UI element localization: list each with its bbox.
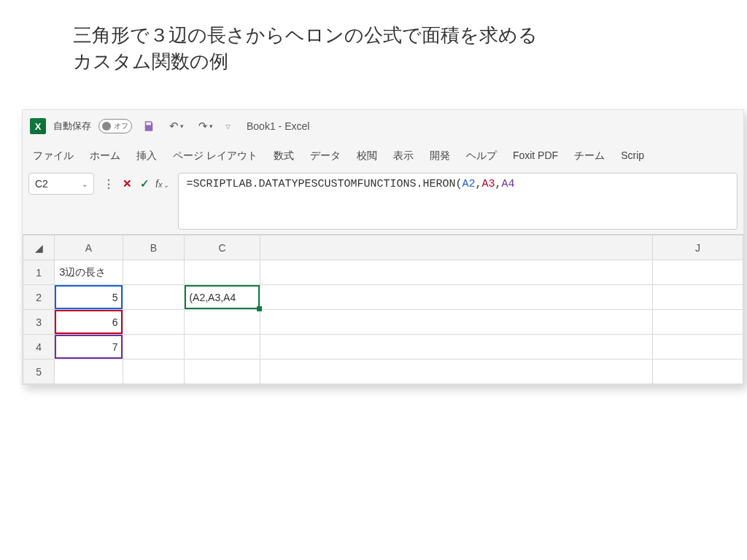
chevron-down-icon: ⌄ [82,180,88,188]
tab-file[interactable]: ファイル [33,149,74,163]
cell-b5[interactable] [123,359,185,384]
cell-j3[interactable] [652,310,743,335]
name-box[interactable]: C2 ⌄ [28,173,94,195]
cell-a2[interactable]: 5 [55,285,123,310]
cell-b4[interactable] [123,335,185,359]
colhdr-b[interactable]: B [123,236,185,260]
slide-title: 三角形で３辺の長さからヘロンの公式で面積を求める カスタム関数の例 [73,22,538,75]
colhdr-c[interactable]: C [185,236,260,260]
chevron-down-icon: ▾ [209,122,213,130]
cell-d5[interactable] [260,359,652,384]
select-all-corner[interactable]: ◢ [23,236,55,260]
cell-c1[interactable] [185,260,260,285]
tab-home[interactable]: ホーム [90,149,120,163]
tab-team[interactable]: チーム [574,149,605,163]
autosave-state: オフ [114,121,128,131]
tab-formulas[interactable]: 数式 [274,149,294,163]
undo-button[interactable]: ↶▾ [166,117,187,136]
rowhdr-2[interactable]: 2 [23,285,55,310]
workbook-title: Book1 - Excel [247,120,309,132]
excel-app-icon [30,118,46,134]
titlebar: 自動保存 オフ ↶▾ ↷▾ ▿ Book1 - Excel [23,110,743,142]
cell-b2[interactable] [123,285,185,310]
cell-d4[interactable] [260,335,652,359]
tab-developer[interactable]: 開発 [430,149,450,163]
cell-c3[interactable] [185,310,260,335]
save-icon [142,120,155,133]
rowhdr-3[interactable]: 3 [23,310,55,335]
colhdr-j[interactable]: J [652,236,743,260]
cell-b3[interactable] [123,310,185,335]
colhdr-span[interactable] [260,236,652,260]
formula-buttons: ⋮ ✕ ✓ fx⌄ [98,173,174,195]
cell-j1[interactable] [652,260,743,285]
colhdr-a[interactable]: A [55,236,123,260]
cell-c4[interactable] [185,335,260,359]
tab-help[interactable]: ヘルプ [466,149,497,163]
cell-j4[interactable] [652,335,743,359]
cell-a4[interactable]: 7 [55,335,123,359]
column-headers: ◢ A B C J [23,236,743,260]
cell-b1[interactable] [123,260,185,285]
cell-a3[interactable]: 6 [55,310,123,335]
qat-overflow[interactable]: ▿ [225,120,231,132]
insert-function-button[interactable]: fx⌄ [155,178,169,190]
cell-d2[interactable] [260,285,652,310]
slide-title-line2: カスタム関数の例 [73,50,228,72]
cell-c2[interactable]: (A2,A3,A4 [185,285,260,310]
cell-d1[interactable] [260,260,652,285]
rowhdr-1[interactable]: 1 [23,260,55,285]
autosave-toggle-knob [102,122,111,131]
sheet-table: ◢ A B C J 1 3辺の長さ 2 5 (A2,A3,A4 [23,235,743,384]
cell-a5[interactable] [55,359,123,384]
ribbon-tabs: ファイル ホーム 挿入 ページ レイアウト 数式 データ 校閲 表示 開発 ヘル… [23,142,743,170]
formula-ref-a4: A4 [502,178,515,190]
tab-data[interactable]: データ [310,149,341,163]
rowhdr-4[interactable]: 4 [23,335,55,359]
rowhdr-5[interactable]: 5 [23,359,55,384]
cell-j2[interactable] [652,285,743,310]
excel-window: 自動保存 オフ ↶▾ ↷▾ ▿ Book1 - Excel ファイル ホーム 挿… [22,109,744,385]
tab-pagelayout[interactable]: ページ レイアウト [173,149,258,163]
tab-view[interactable]: 表示 [393,149,414,163]
formula-bar: C2 ⌄ ⋮ ✕ ✓ fx⌄ =SCRIPTLAB.DATATYPESCUSTO… [23,170,743,230]
autosave-toggle[interactable]: オフ [98,119,132,133]
save-button[interactable] [139,117,158,136]
formula-sep: ⋮ [103,177,115,191]
tab-insert[interactable]: 挿入 [136,149,157,163]
chevron-down-icon: ▾ [180,122,184,130]
redo-button[interactable]: ↷▾ [195,117,217,136]
autosave-label: 自動保存 [53,120,91,133]
cell-j5[interactable] [652,359,743,384]
formula-input[interactable]: =SCRIPTLAB.DATATYPESCUSTOMFUNCTIONS.HERO… [178,173,738,230]
slide-title-line1: 三角形で３辺の長さからヘロンの公式で面積を求める [73,24,538,46]
formula-enter-button[interactable]: ✓ [136,176,152,192]
redo-icon: ↷ [198,120,208,133]
cell-c5[interactable] [185,359,260,384]
worksheet-grid[interactable]: ◢ A B C J 1 3辺の長さ 2 5 (A2,A3,A4 [23,234,743,384]
formula-ref-a3: A3 [481,178,495,190]
tab-scriptlab[interactable]: Scrip [621,149,644,163]
undo-icon: ↶ [169,120,179,133]
name-box-value: C2 [35,178,48,190]
formula-cancel-button[interactable]: ✕ [119,176,135,192]
cell-a1[interactable]: 3辺の長さ [55,260,123,285]
formula-ref-a2: A2 [462,178,475,190]
cell-d3[interactable] [260,310,652,335]
formula-text-prefix: =SCRIPTLAB.DATATYPESCUSTOMFUNCTIONS.HERO… [186,178,462,190]
tab-foxitpdf[interactable]: Foxit PDF [513,149,558,163]
tab-review[interactable]: 校閲 [357,149,377,163]
